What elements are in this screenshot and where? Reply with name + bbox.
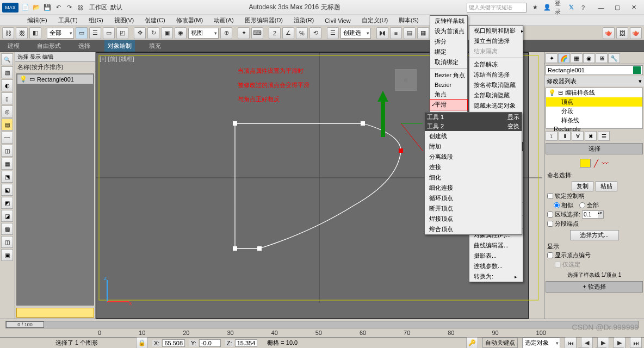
- make-unique-icon[interactable]: ∀: [572, 131, 584, 141]
- menu-item[interactable]: Bezier: [430, 80, 467, 89]
- ribbon-tab[interactable]: 对象绘制: [104, 40, 135, 52]
- similar-radio[interactable]: [554, 202, 560, 208]
- sphere-icon[interactable]: ◐: [1, 79, 13, 91]
- tab-hierarchy-icon[interactable]: ▦: [571, 53, 583, 63]
- layers-icon[interactable]: ▤: [404, 27, 416, 39]
- tab-create-icon[interactable]: ✦: [546, 53, 558, 63]
- login-label[interactable]: 登录: [555, 3, 564, 12]
- menu-item[interactable]: 隐藏未选定对象: [469, 101, 523, 111]
- ribbon-tab[interactable]: 选择: [75, 40, 94, 52]
- menu-item[interactable]: 全部取消隐藏: [469, 90, 523, 101]
- coord-y[interactable]: -0.0: [199, 339, 221, 347]
- pivot-icon[interactable]: ⊕: [220, 27, 232, 39]
- open-icon[interactable]: 📂: [32, 3, 41, 13]
- mirror-icon[interactable]: ◗◖: [376, 27, 388, 39]
- menu-item[interactable]: 冻结当前选择: [469, 70, 523, 80]
- menu-item[interactable]: 编辑(E): [22, 15, 53, 26]
- goto-end-icon[interactable]: ⏭: [630, 337, 642, 349]
- star-icon[interactable]: ★: [531, 3, 540, 12]
- bind-icon[interactable]: ◧: [29, 27, 41, 39]
- save-icon[interactable]: 💾: [42, 3, 52, 13]
- menu-item[interactable]: 动画(A): [208, 15, 239, 26]
- select-name-icon[interactable]: ☰: [89, 27, 101, 39]
- menu-item[interactable]: 工具(T): [53, 15, 83, 26]
- stack-spline[interactable]: 样条线: [546, 116, 642, 125]
- scene-list[interactable]: 💡 ▭ Rectangle001: [16, 73, 94, 306]
- cube-icon[interactable]: ▧: [1, 66, 13, 78]
- tool-a-icon[interactable]: ⬔: [1, 171, 13, 183]
- rollout-softsel[interactable]: + 软选择: [546, 281, 643, 293]
- menu-item[interactable]: 渲染(R): [288, 15, 319, 26]
- user-icon[interactable]: 👤: [543, 3, 552, 12]
- tab-display-icon[interactable]: 🖥: [596, 53, 608, 63]
- selection-filter[interactable]: 全部: [47, 28, 74, 39]
- exchange-icon[interactable]: 𝕏: [567, 3, 575, 12]
- rotate-icon[interactable]: ↻: [147, 27, 159, 39]
- align-icon[interactable]: ≡: [390, 27, 402, 39]
- keymode-dropdown[interactable]: 选定对象: [522, 338, 560, 349]
- wave-icon[interactable]: 〰: [1, 132, 13, 144]
- menu-item[interactable]: 视图(V): [109, 15, 140, 26]
- menu-item[interactable]: 附加: [425, 141, 522, 152]
- group-icon[interactable]: ▦: [1, 158, 13, 170]
- stack-vertex[interactable]: 顶点: [546, 97, 642, 107]
- menu-item[interactable]: 断开顶点: [425, 203, 522, 214]
- lock-icon[interactable]: 🔒: [136, 337, 148, 349]
- named-sel-icon[interactable]: ☰: [327, 27, 339, 39]
- segment-mode-icon[interactable]: ╱: [594, 159, 598, 167]
- rollout-selection[interactable]: 选择: [546, 143, 643, 154]
- search-input[interactable]: 键入关键字或短语: [467, 3, 527, 13]
- menu-item[interactable]: 熔合顶点: [425, 224, 522, 234]
- torus-icon[interactable]: ◎: [1, 105, 13, 117]
- menu-item[interactable]: 平滑: [430, 100, 467, 110]
- layer-explorer-icon[interactable]: ▦: [417, 27, 429, 39]
- vertex-mode-icon[interactable]: [580, 159, 591, 167]
- area-sel-checkbox[interactable]: [547, 212, 553, 217]
- show-result-icon[interactable]: Ⅱ: [559, 131, 571, 141]
- menu-item[interactable]: 脚本(S): [393, 15, 424, 26]
- select-window-icon[interactable]: ◰: [116, 27, 128, 39]
- color-swatch[interactable]: [633, 66, 641, 74]
- prev-frame-icon[interactable]: ◀: [581, 337, 593, 349]
- menu-item[interactable]: 视口照明和阴影: [469, 26, 523, 36]
- scene-tab[interactable]: 显示: [30, 53, 41, 61]
- snap-percent-icon[interactable]: %: [296, 27, 308, 39]
- menu-item[interactable]: 修改器(M): [171, 15, 209, 26]
- render-icon[interactable]: 🫖: [630, 27, 642, 39]
- menu-item[interactable]: 组(G): [83, 15, 109, 26]
- menu-item[interactable]: 图形编辑器(D): [239, 15, 288, 26]
- redo-icon[interactable]: ↷: [64, 3, 74, 13]
- snap-spinner-icon[interactable]: ⟲: [309, 27, 321, 39]
- play-icon[interactable]: ▶: [597, 337, 609, 349]
- help-icon[interactable]: ?: [579, 3, 587, 12]
- object-name-field[interactable]: Rectangle001: [546, 65, 643, 75]
- autokey-button[interactable]: 自动关键点: [482, 338, 518, 348]
- menu-item[interactable]: 转换为:: [469, 271, 523, 282]
- menu-item[interactable]: 按名称取消隐藏: [469, 80, 523, 90]
- context-menu-tools[interactable]: 工具 1显示工具 2变换创建线附加分离线段连接细化细化连接循环顶点断开顶点焊接顶…: [424, 112, 522, 235]
- ribbon-tab[interactable]: 建模: [4, 40, 23, 52]
- tool-b-icon[interactable]: ⬕: [1, 184, 13, 196]
- menu-item[interactable]: 焊接顶点: [425, 214, 522, 224]
- pin-stack-icon[interactable]: ⟟: [546, 131, 558, 141]
- menu-item[interactable]: 反转样条线: [430, 16, 467, 26]
- menu-item[interactable]: 角点: [430, 89, 467, 100]
- snapshot-icon[interactable]: ◫: [1, 145, 13, 157]
- tool-c-icon[interactable]: ◩: [1, 197, 13, 209]
- time-slider[interactable]: 0 / 100: [0, 319, 644, 330]
- coord-x[interactable]: 65.508: [162, 339, 185, 347]
- maximize-button[interactable]: ▢: [609, 2, 626, 13]
- menu-item[interactable]: 设为首顶点: [430, 26, 467, 36]
- layers-icon[interactable]: ▤: [1, 119, 13, 130]
- tab-motion-icon[interactable]: ◉: [583, 53, 595, 63]
- menu-item[interactable]: 孤立当前选择: [469, 36, 523, 46]
- search-icon[interactable]: 🔍: [1, 53, 13, 65]
- select-icon[interactable]: ▭: [76, 27, 88, 39]
- scale-icon[interactable]: ▣: [161, 27, 173, 39]
- unlink-icon[interactable]: ⛓̸: [16, 27, 28, 39]
- place-icon[interactable]: ◉: [175, 27, 187, 39]
- menu-item[interactable]: 全部解冻: [469, 59, 523, 70]
- menu-item[interactable]: 细化连接: [425, 183, 522, 193]
- render-setup-icon[interactable]: 🫖: [603, 27, 615, 39]
- menu-item[interactable]: 摄影表...: [469, 251, 523, 261]
